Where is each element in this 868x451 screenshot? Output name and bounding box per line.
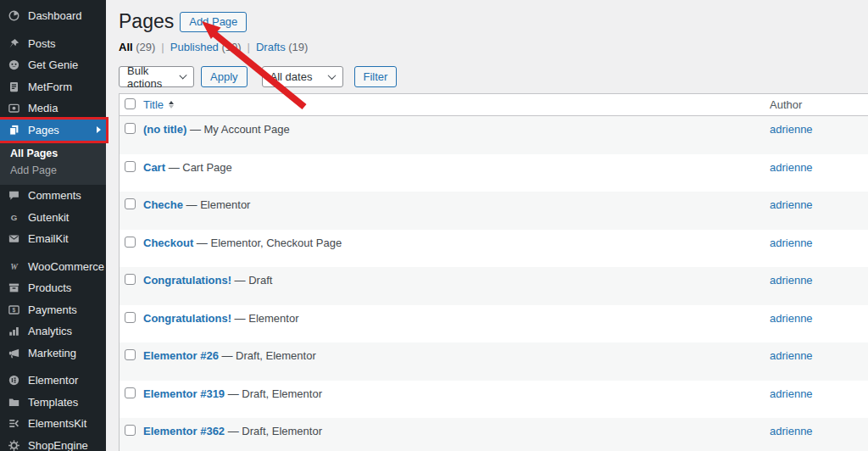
dates-select[interactable]: All dates <box>262 66 343 87</box>
sidebar-item-label: Dashboard <box>28 9 82 22</box>
sidebar-item-label: Posts <box>28 37 56 50</box>
pushpin-icon <box>8 37 20 50</box>
page-state-label: — Draft <box>231 274 272 287</box>
bar-chart-icon <box>8 325 20 337</box>
submenu-item-add-page[interactable]: Add Page <box>0 162 106 179</box>
page-title-link[interactable]: Cheche <box>143 198 183 211</box>
view-published[interactable]: Published (10) <box>170 41 242 53</box>
page-title-link[interactable]: (no title) <box>143 123 186 136</box>
author-link[interactable]: adrienne <box>770 161 813 174</box>
camera-icon <box>8 102 20 114</box>
sidebar-item-label: Analytics <box>28 325 72 337</box>
page-title-link[interactable]: Checkout <box>143 237 193 249</box>
table-row: Elementor #26 — Draft, Elementoradrienne <box>120 342 868 381</box>
sidebar-item-marketing[interactable]: Marketing <box>0 342 106 365</box>
megaphone-icon <box>8 347 20 359</box>
view-separator: | <box>161 41 164 53</box>
apply-button[interactable]: Apply <box>201 66 248 87</box>
row-checkbox[interactable] <box>125 123 136 134</box>
form-icon <box>8 81 20 93</box>
row-checkbox[interactable] <box>125 161 136 172</box>
sidebar-item-label: WooCommerce <box>28 260 104 273</box>
sidebar-item-posts[interactable]: Posts <box>0 33 106 55</box>
row-checkbox[interactable] <box>125 198 136 209</box>
view-drafts[interactable]: Drafts (19) <box>256 41 308 53</box>
author-link[interactable]: adrienne <box>770 349 813 362</box>
sidebar-item-label: Get Genie <box>28 58 78 71</box>
bulk-actions-select[interactable]: Bulk actions <box>119 66 194 87</box>
table-body: (no title) — My Account PageadrienneCart… <box>120 116 868 451</box>
sidebar-item-gutenkit[interactable]: GGutenkit <box>0 207 106 229</box>
sidebar-item-label: MetForm <box>28 81 72 93</box>
sidebar-item-pages[interactable]: Pages <box>0 120 106 142</box>
page-state-label: — Elementor, Checkout Page <box>193 237 342 249</box>
sidebar-item-label: Gutenkit <box>28 211 69 224</box>
page-title-link[interactable]: Elementor #319 <box>143 387 225 400</box>
archive-box-icon <box>8 281 20 294</box>
row-checkbox[interactable] <box>125 349 136 360</box>
title-column-label: Title <box>143 98 164 111</box>
page-title-link[interactable]: Congratulations! <box>143 312 231 325</box>
sidebar-item-comments[interactable]: Comments <box>0 185 106 207</box>
sidebar-item-emailkit[interactable]: EmailKit <box>0 228 106 250</box>
sidebar-item-label: ElementsKit <box>28 417 86 430</box>
row-checkbox[interactable] <box>125 237 136 248</box>
sidebar-item-woocommerce[interactable]: WWooCommerce <box>0 256 106 278</box>
pages-icon <box>8 124 20 136</box>
author-link[interactable]: adrienne <box>770 425 813 437</box>
row-checkbox[interactable] <box>125 274 136 285</box>
select-all-checkbox[interactable] <box>125 98 136 109</box>
page-title: Pages <box>119 9 174 34</box>
page-state-label: — Draft, Elementor <box>225 425 322 437</box>
sidebar-item-metform[interactable]: MetForm <box>0 76 106 98</box>
sidebar-item-label: Marketing <box>28 347 76 359</box>
elementskit-icon <box>8 417 20 430</box>
submenu-item-all-pages[interactable]: All Pages <box>0 145 106 162</box>
row-checkbox[interactable] <box>125 312 136 323</box>
sidebar-item-products[interactable]: Products <box>0 277 106 299</box>
sidebar-item-get-genie[interactable]: Get Genie <box>0 54 106 76</box>
author-link[interactable]: adrienne <box>770 274 813 287</box>
row-checkbox[interactable] <box>125 425 136 436</box>
admin-sidebar: DashboardPostsGet GenieMetFormMediaPages… <box>0 0 106 451</box>
page-title-link[interactable]: Congratulations! <box>143 274 231 287</box>
add-page-button[interactable]: Add Page <box>180 12 247 32</box>
column-header-author: Author <box>770 98 868 111</box>
sidebar-item-elementor[interactable]: Elementor <box>0 370 106 392</box>
bulk-actions-value: Bulk actions <box>127 64 181 90</box>
svg-text:$: $ <box>13 307 16 314</box>
author-link[interactable]: adrienne <box>770 198 813 211</box>
column-header-title[interactable]: Title <box>143 98 174 111</box>
table-header: Title Author <box>120 94 868 116</box>
table-row: (no title) — My Account Pageadrienne <box>120 116 868 154</box>
sidebar-item-dashboard[interactable]: Dashboard <box>0 5 106 27</box>
table-row: Cart — Cart Pageadrienne <box>120 154 868 192</box>
author-link[interactable]: adrienne <box>770 387 813 400</box>
sidebar-item-templates[interactable]: Templates <box>0 392 106 414</box>
sidebar-item-analytics[interactable]: Analytics <box>0 320 106 342</box>
view-filter-links: All (29)|Published (10)|Drafts (19) <box>119 41 868 54</box>
pages-table: Title Author (no title) — My Account Pag… <box>119 93 868 451</box>
view-all[interactable]: All (29) <box>119 41 155 53</box>
author-link[interactable]: adrienne <box>770 237 813 249</box>
table-row: Cheche — Elementoradrienne <box>120 192 868 230</box>
sidebar-item-elementskit[interactable]: ElementsKit <box>0 413 106 435</box>
page-title-link[interactable]: Elementor #26 <box>143 349 219 362</box>
sidebar-item-payments[interactable]: $Payments <box>0 299 106 321</box>
sidebar-item-shopengine[interactable]: ShopEngine <box>0 435 106 451</box>
envelope-icon <box>8 232 20 245</box>
sidebar-item-label: Elementor <box>28 374 78 387</box>
page-title-link[interactable]: Elementor #362 <box>143 425 225 437</box>
page-title-link[interactable]: Cart <box>143 161 165 174</box>
row-checkbox[interactable] <box>125 387 136 398</box>
sidebar-item-media[interactable]: Media <box>0 97 106 120</box>
dashboard-icon <box>8 9 20 22</box>
filter-button[interactable]: Filter <box>354 66 398 87</box>
elementor-icon <box>8 374 20 387</box>
page-state-label: — My Account Page <box>186 123 289 136</box>
sidebar-item-label: Payments <box>28 303 77 316</box>
table-row: Congratulations! — Elementoradrienne <box>120 305 868 343</box>
author-link[interactable]: adrienne <box>770 123 813 136</box>
woocommerce-icon: W <box>8 260 20 273</box>
author-link[interactable]: adrienne <box>770 312 813 325</box>
